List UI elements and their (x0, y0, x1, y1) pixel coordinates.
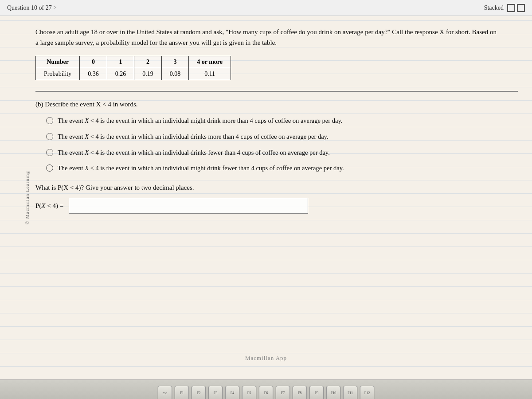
chevron-right-icon[interactable]: > (54, 4, 57, 11)
px-label: P(X < 4) = (35, 202, 63, 210)
part-b-label: (b) Describe the event X < 4 in words. (35, 101, 518, 108)
main-content: © Macmillan Learning Choose an adult age… (0, 16, 532, 379)
stacked-area: Stacked (484, 4, 525, 12)
radio-option-1[interactable]: The event X < 4 is the event in which an… (46, 116, 518, 126)
px-input-row: P(X < 4) = (35, 198, 518, 214)
table-header-1: 1 (107, 56, 134, 68)
key-f3[interactable]: F3 (208, 386, 223, 399)
table-header-3: 3 (161, 56, 189, 68)
keyboard-area: esc F1 F2 F3 F4 F5 F6 F7 F8 F9 F10 F11 F… (0, 379, 532, 399)
watermark: Macmillan App (245, 355, 287, 362)
table-header-row: Number 0 1 2 3 4 or more (36, 56, 231, 68)
radio-label-2: The event X < 4 is the event in which an… (58, 132, 329, 142)
problem-intro: Choose an adult age 18 or over in the Un… (35, 27, 501, 48)
prob-val-4: 0.11 (189, 68, 231, 80)
key-f1[interactable]: F1 (175, 386, 189, 399)
table-header-4ormore: 4 or more (189, 56, 231, 68)
radio-label-3: The event X < 4 is the event in which an… (58, 148, 330, 158)
radio-option-4[interactable]: The event X < 4 is the event in which an… (46, 164, 518, 173)
table-header-0: 0 (80, 56, 107, 68)
key-f12[interactable]: F12 (360, 386, 374, 399)
radio-options-group: The event X < 4 is the event in which an… (46, 116, 518, 173)
top-bar: Question 10 of 27 > Stacked (0, 0, 532, 16)
table-header-number: Number (36, 56, 80, 68)
prob-val-0: 0.36 (80, 68, 107, 80)
stacked-icon (507, 4, 525, 12)
table-header-2: 2 (134, 56, 162, 68)
question-counter: Question 10 of 27 (7, 4, 52, 12)
divider (35, 91, 518, 92)
prob-val-1: 0.26 (107, 68, 134, 80)
radio-circle-1[interactable] (46, 117, 53, 124)
key-f10[interactable]: F10 (326, 386, 340, 399)
px-question: What is P(X < 4)? Give your answer to tw… (35, 184, 518, 192)
px-answer-input[interactable] (69, 198, 308, 214)
macmillan-side-label: © Macmillan Learning (24, 171, 30, 224)
prob-val-3: 0.08 (161, 68, 189, 80)
radio-label-4: The event X < 4 is the event in which an… (58, 164, 344, 173)
px-section: What is P(X < 4)? Give your answer to tw… (35, 184, 518, 214)
stack-box-2[interactable] (517, 4, 525, 12)
key-f9[interactable]: F9 (309, 386, 324, 399)
question-nav: Question 10 of 27 > (7, 4, 57, 12)
radio-label-1: The event X < 4 is the event in which an… (58, 116, 342, 126)
stacked-label: Stacked (484, 4, 504, 12)
key-f11[interactable]: F11 (343, 386, 357, 399)
key-f2[interactable]: F2 (192, 386, 206, 399)
radio-circle-3[interactable] (46, 149, 53, 156)
radio-circle-2[interactable] (46, 133, 53, 140)
prob-val-2: 0.19 (134, 68, 162, 80)
key-esc[interactable]: esc (158, 386, 172, 399)
radio-circle-4[interactable] (46, 164, 53, 172)
key-f4[interactable]: F4 (225, 386, 239, 399)
radio-option-3[interactable]: The event X < 4 is the event in which an… (46, 148, 518, 158)
probability-table: Number 0 1 2 3 4 or more Probability 0.3… (35, 56, 231, 80)
key-f5[interactable]: F5 (242, 386, 256, 399)
radio-option-2[interactable]: The event X < 4 is the event in which an… (46, 132, 518, 142)
prob-row-label: Probability (36, 68, 80, 80)
key-f6[interactable]: F6 (259, 386, 273, 399)
stack-box-1[interactable] (507, 4, 515, 12)
key-f8[interactable]: F8 (293, 386, 307, 399)
probability-row: Probability 0.36 0.26 0.19 0.08 0.11 (36, 68, 231, 80)
key-f7[interactable]: F7 (276, 386, 290, 399)
